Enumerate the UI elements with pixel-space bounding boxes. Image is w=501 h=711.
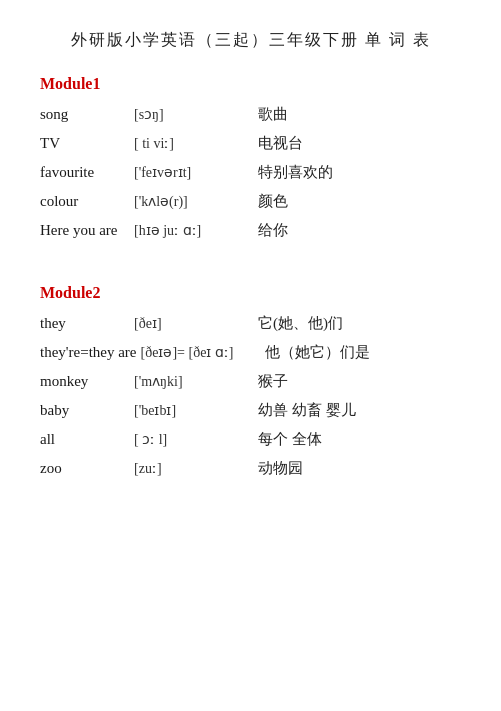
word-english: all	[40, 431, 130, 448]
word-english: monkey	[40, 373, 130, 390]
word-chinese: 他（她它）们是	[265, 343, 370, 362]
page-title: 外研版小学英语（三起）三年级下册 单 词 表	[40, 30, 461, 51]
word-row: TV[ ti viː]电视台	[40, 134, 461, 153]
word-english: TV	[40, 135, 130, 152]
word-chinese: 歌曲	[258, 105, 288, 124]
module-section-module2: Module2they[ðeɪ]它(她、他)们they're=they are[…	[40, 284, 461, 478]
word-chinese: 幼兽 幼畜 婴儿	[258, 401, 356, 420]
word-chinese: 猴子	[258, 372, 288, 391]
word-phonetic: [sɔŋ]	[134, 106, 254, 123]
word-chinese: 每个 全体	[258, 430, 322, 449]
word-english: favourite	[40, 164, 130, 181]
word-phonetic: [ ɔː l]	[134, 431, 254, 448]
word-row: they[ðeɪ]它(她、他)们	[40, 314, 461, 333]
word-english: they're=they are	[40, 344, 137, 361]
word-chinese: 动物园	[258, 459, 303, 478]
word-phonetic: [ðeɪ]	[134, 315, 254, 332]
word-row: they're=they are[ðeɪə]= [ðeɪ ɑː]他（她它）们是	[40, 343, 461, 362]
word-phonetic: ['beɪbɪ]	[134, 402, 254, 419]
word-english: zoo	[40, 460, 130, 477]
word-chinese: 电视台	[258, 134, 303, 153]
modules-container: Module1song[sɔŋ]歌曲TV[ ti viː]电视台favourit…	[40, 75, 461, 478]
word-row: monkey['mʌŋki]猴子	[40, 372, 461, 391]
word-english: baby	[40, 402, 130, 419]
word-chinese: 颜色	[258, 192, 288, 211]
module-title-module2: Module2	[40, 284, 461, 302]
word-row: all[ ɔː l]每个 全体	[40, 430, 461, 449]
word-row: favourite['feɪvərɪt]特别喜欢的	[40, 163, 461, 182]
module-section-module1: Module1song[sɔŋ]歌曲TV[ ti viː]电视台favourit…	[40, 75, 461, 240]
word-english: they	[40, 315, 130, 332]
word-phonetic: [zuː]	[134, 460, 254, 477]
module-title-module1: Module1	[40, 75, 461, 93]
word-phonetic: ['feɪvərɪt]	[134, 164, 254, 181]
word-row: baby['beɪbɪ]幼兽 幼畜 婴儿	[40, 401, 461, 420]
word-english: song	[40, 106, 130, 123]
word-chinese: 给你	[258, 221, 288, 240]
word-english: colour	[40, 193, 130, 210]
word-english: Here you are	[40, 222, 130, 239]
word-row: zoo[zuː]动物园	[40, 459, 461, 478]
word-phonetic: ['kʌlə(r)]	[134, 193, 254, 210]
word-chinese: 特别喜欢的	[258, 163, 333, 182]
word-phonetic: [ðeɪə]= [ðeɪ ɑː]	[141, 344, 261, 361]
word-phonetic: ['mʌŋki]	[134, 373, 254, 390]
word-row: song[sɔŋ]歌曲	[40, 105, 461, 124]
word-row: colour['kʌlə(r)]颜色	[40, 192, 461, 211]
word-phonetic: [hɪə juː ɑː]	[134, 222, 254, 239]
word-phonetic: [ ti viː]	[134, 135, 254, 152]
word-chinese: 它(她、他)们	[258, 314, 343, 333]
word-row: Here you are[hɪə juː ɑː]给你	[40, 221, 461, 240]
